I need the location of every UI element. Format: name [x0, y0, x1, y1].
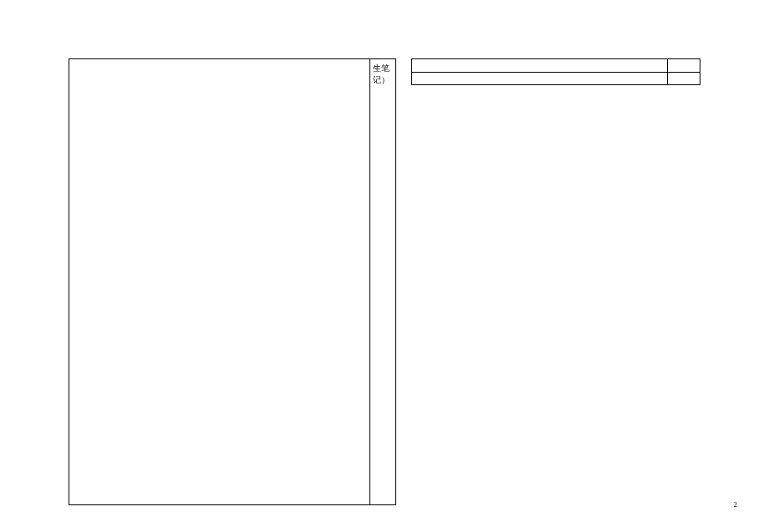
right-cell-side [668, 73, 700, 84]
left-side-label-cell: 生笔记） [370, 59, 395, 504]
right-cell-main [412, 73, 668, 84]
right-cell-main [412, 59, 668, 72]
right-table-row [411, 58, 700, 72]
right-cell-side [668, 59, 700, 72]
page-number: 2 [734, 500, 738, 509]
left-main-cell [69, 59, 370, 504]
document-page: 生笔记） [69, 58, 700, 505]
left-side-label: 生笔记） [373, 63, 390, 84]
right-table [411, 58, 700, 505]
left-table: 生笔记） [69, 58, 396, 505]
right-table-row [411, 72, 700, 85]
